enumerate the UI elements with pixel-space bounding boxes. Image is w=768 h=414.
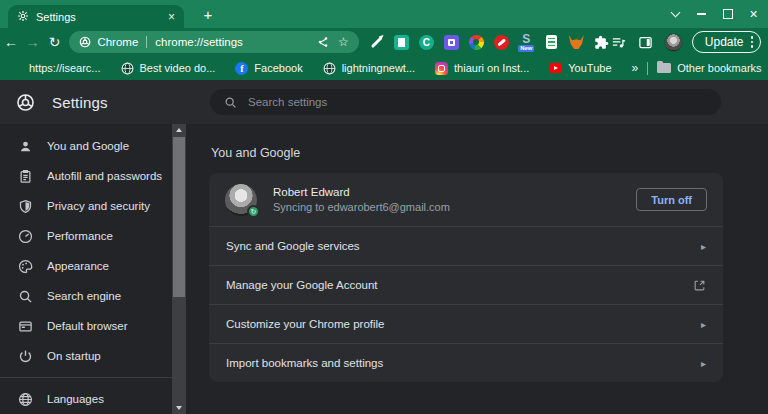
settings-search[interactable] xyxy=(210,89,721,115)
globe-icon xyxy=(17,391,33,407)
browser-window: Settings × + × ← → ↻ Chrome chrome://set… xyxy=(0,0,768,414)
chevron-down-icon[interactable] xyxy=(669,8,682,21)
sidebar-item-languages[interactable]: Languages xyxy=(0,384,172,414)
tab-settings[interactable]: Settings × xyxy=(8,5,184,28)
bookmark-label: YouTube xyxy=(568,62,611,74)
folder-icon xyxy=(657,63,671,73)
close-button[interactable]: × xyxy=(747,8,760,21)
turn-off-button[interactable]: Turn off xyxy=(636,188,707,211)
toolbar-right-cluster: Update xyxy=(610,31,768,53)
sidebar-label: Autofill and passwords xyxy=(47,170,162,182)
search-input[interactable] xyxy=(248,96,707,108)
bookmark-item[interactable]: YouTube xyxy=(549,62,611,75)
chevron-right-icon: ▸ xyxy=(701,358,706,369)
back-button[interactable]: ← xyxy=(0,31,22,53)
settings-body: You and Google Autofill and passwords Pr… xyxy=(0,124,768,414)
window-controls: × xyxy=(669,0,764,28)
youtube-favicon-icon xyxy=(549,63,562,73)
scroll-down-arrow-icon[interactable] xyxy=(172,402,186,414)
palette-icon xyxy=(17,258,33,274)
bookmark-star-icon[interactable]: ☆ xyxy=(338,35,349,49)
sidebar-item-default-browser[interactable]: Default browser xyxy=(0,311,172,341)
sidebar-item-on-startup[interactable]: On startup xyxy=(0,341,172,371)
scrollbar-thumb[interactable] xyxy=(173,137,185,297)
bookmark-item[interactable]: lightningnewt... xyxy=(323,62,415,75)
reload-button[interactable]: ↻ xyxy=(44,31,66,53)
update-button[interactable]: Update xyxy=(692,31,761,53)
chrome-logo-icon xyxy=(79,36,91,48)
instagram-favicon-icon xyxy=(435,62,448,75)
chevron-right-icon: ▸ xyxy=(701,241,706,252)
grid-favicon-icon xyxy=(10,62,23,75)
omnibox-url: chrome://settings xyxy=(155,36,307,48)
page-title: Settings xyxy=(52,94,108,111)
bookmark-item[interactable]: https://isearc... xyxy=(10,62,101,75)
bookmark-label: https://isearc... xyxy=(29,62,101,74)
sync-status: Syncing to edwarobert6@gmail.com xyxy=(273,201,450,213)
bookmark-item[interactable]: Best video do... xyxy=(121,62,216,75)
maximize-button[interactable] xyxy=(721,8,734,21)
menu-ellipsis-icon[interactable] xyxy=(751,36,754,48)
bookmark-label: Best video do... xyxy=(140,62,216,74)
settings-sidebar: You and Google Autofill and passwords Pr… xyxy=(0,124,172,414)
color-wheel-extension-icon[interactable] xyxy=(468,34,485,51)
extensions-puzzle-icon[interactable] xyxy=(593,34,610,51)
teal-page-extension-icon[interactable] xyxy=(393,34,410,51)
row-manage-google-account[interactable]: Manage your Google Account xyxy=(209,265,723,304)
bookmarks-divider xyxy=(647,62,648,75)
sidebar-item-you-and-google[interactable]: You and Google xyxy=(0,131,172,161)
omnibox[interactable]: Chrome chrome://settings ☆ xyxy=(69,31,358,53)
minimize-button[interactable] xyxy=(695,8,708,21)
row-label: Customize your Chrome profile xyxy=(226,318,385,330)
browser-window-icon xyxy=(17,318,33,334)
sidebar-item-performance[interactable]: Performance xyxy=(0,221,172,251)
playlist-icon[interactable] xyxy=(610,33,628,51)
sidebar-item-autofill[interactable]: Autofill and passwords xyxy=(0,161,172,191)
new-tab-button[interactable]: + xyxy=(197,3,219,25)
c-letter-extension-icon[interactable]: C xyxy=(418,34,435,51)
bookmark-item[interactable]: thiauri on Inst... xyxy=(435,62,529,75)
profile-photo: ↻ xyxy=(225,184,257,216)
tab-close-icon[interactable]: × xyxy=(168,11,175,23)
other-bookmarks-button[interactable]: Other bookmarks xyxy=(657,62,761,74)
document-extension-icon[interactable] xyxy=(543,34,560,51)
sidebar-item-privacy[interactable]: Privacy and security xyxy=(0,191,172,221)
magnifier-icon xyxy=(17,288,33,304)
share-icon[interactable] xyxy=(317,36,329,48)
globe-favicon-icon xyxy=(323,62,336,75)
red-circle-extension-icon[interactable] xyxy=(493,34,510,51)
section-title: You and Google xyxy=(211,146,768,160)
bookmark-item[interactable]: f Facebook xyxy=(235,62,302,75)
purple-square-extension-icon[interactable] xyxy=(443,34,460,51)
profile-avatar[interactable] xyxy=(664,33,683,52)
power-icon xyxy=(17,348,33,364)
person-icon xyxy=(17,138,33,154)
omnibox-brand: Chrome xyxy=(97,36,138,48)
forward-button: → xyxy=(22,31,44,53)
side-panel-icon[interactable] xyxy=(637,33,655,51)
profile-row: ↻ Robert Edward Syncing to edwarobert6@g… xyxy=(209,173,723,226)
scroll-up-arrow-icon[interactable] xyxy=(172,124,186,136)
chrome-settings-logo-icon xyxy=(16,93,35,112)
gear-icon xyxy=(17,10,29,24)
bookmarks-overflow-button[interactable]: » xyxy=(632,61,639,75)
sidebar-label: Default browser xyxy=(47,320,128,332)
bookmark-label: lightningnewt... xyxy=(342,62,415,74)
new-badge: New xyxy=(518,45,534,52)
sidebar-label: Performance xyxy=(47,230,113,242)
row-import-bookmarks[interactable]: Import bookmarks and settings ▸ xyxy=(209,343,723,382)
eyedropper-extension-icon[interactable] xyxy=(368,34,385,51)
s-letter-extension-icon[interactable]: S New xyxy=(518,34,535,51)
sidebar-label: Search engine xyxy=(47,290,121,302)
row-label: Import bookmarks and settings xyxy=(226,357,383,369)
metamask-fox-extension-icon[interactable] xyxy=(568,34,585,51)
row-customize-chrome-profile[interactable]: Customize your Chrome profile ▸ xyxy=(209,304,723,343)
sidebar-item-search-engine[interactable]: Search engine xyxy=(0,281,172,311)
vertical-scrollbar[interactable] xyxy=(172,124,186,414)
row-sync-and-google-services[interactable]: Sync and Google services ▸ xyxy=(209,226,723,265)
sidebar-item-appearance[interactable]: Appearance xyxy=(0,251,172,281)
other-bookmarks-label: Other bookmarks xyxy=(677,62,761,74)
chevron-right-icon: ▸ xyxy=(701,319,706,330)
omnibox-divider xyxy=(146,36,147,48)
titlebar: Settings × + × xyxy=(0,0,768,28)
